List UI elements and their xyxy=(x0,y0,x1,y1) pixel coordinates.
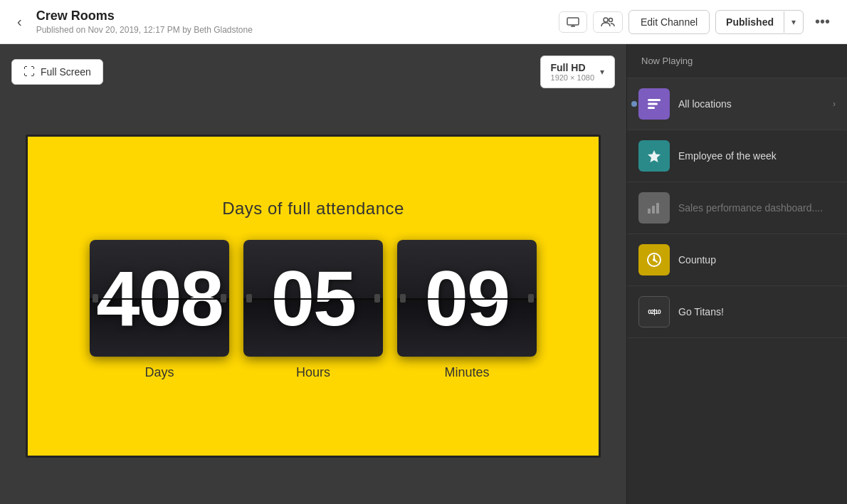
thumb-employee xyxy=(638,140,670,172)
resolution-label: Full HD xyxy=(551,62,594,73)
minutes-card: 09 xyxy=(397,240,537,357)
monitor-icon-button[interactable] xyxy=(559,11,587,33)
published-button-group: Published ▾ xyxy=(715,10,804,34)
hours-card: 05 xyxy=(243,240,383,357)
playlist-name-countup: Countup xyxy=(678,254,836,266)
preview-container: Days of full attendance 408 Days xyxy=(11,100,615,493)
svg-rect-7 xyxy=(648,107,655,109)
people-icon-button[interactable] xyxy=(593,11,623,33)
gotitans-thumb-text: 02|10 xyxy=(648,308,661,315)
svg-rect-6 xyxy=(648,103,658,105)
hinge-right xyxy=(528,294,534,303)
preview-title: Days of full attendance xyxy=(222,199,404,219)
minutes-label: Minutes xyxy=(444,365,489,380)
thumb-gotitans: 02|10 xyxy=(638,296,670,327)
left-panel: ⛶ Full Screen Full HD 1920 × 1080 ▾ Days… xyxy=(0,44,626,504)
main-area: ⛶ Full Screen Full HD 1920 × 1080 ▾ Days… xyxy=(0,44,847,504)
hinge-left xyxy=(400,294,406,303)
days-hinges xyxy=(90,294,229,303)
active-dot xyxy=(631,101,637,107)
playlist-name-go-titans: Go Titans! xyxy=(678,306,836,317)
chevron-right-icon: › xyxy=(833,99,836,109)
fullscreen-label: Full Screen xyxy=(41,66,91,78)
more-options-button[interactable]: ••• xyxy=(809,11,836,33)
header-actions: Edit Channel Published ▾ ••• xyxy=(559,10,836,34)
thumb-all-locations xyxy=(638,88,670,120)
hinge-right xyxy=(374,294,380,303)
title-area: Crew Rooms Published on Nov 20, 2019, 12… xyxy=(36,9,559,35)
svg-point-3 xyxy=(604,18,608,22)
right-panel: Now Playing All locations › Employee of xyxy=(626,44,847,504)
now-playing-header: Now Playing xyxy=(627,44,847,78)
svg-rect-0 xyxy=(567,18,579,25)
header: ‹ Crew Rooms Published on Nov 20, 2019, … xyxy=(0,0,847,44)
back-button[interactable]: ‹ xyxy=(11,11,28,33)
playlist-item-go-titans[interactable]: 02|10 Go Titans! xyxy=(627,286,847,338)
fullscreen-button[interactable]: ⛶ Full Screen xyxy=(11,59,103,85)
days-card: 408 xyxy=(90,240,229,357)
svg-rect-10 xyxy=(652,206,655,214)
svg-line-15 xyxy=(654,260,657,262)
controls-bar: ⛶ Full Screen Full HD 1920 × 1080 ▾ xyxy=(11,56,615,88)
hours-hinges xyxy=(243,294,383,303)
svg-rect-5 xyxy=(648,99,661,101)
playlist-item-sales-dashboard[interactable]: Sales performance dashboard.... xyxy=(627,182,847,234)
minutes-hinges xyxy=(397,294,537,303)
svg-marker-8 xyxy=(648,150,661,162)
hinge-right xyxy=(221,294,226,303)
edit-channel-button[interactable]: Edit Channel xyxy=(628,10,710,34)
page-title: Crew Rooms xyxy=(36,9,559,23)
hours-label: Hours xyxy=(296,365,330,380)
fullscreen-icon: ⛶ xyxy=(23,65,35,78)
svg-rect-11 xyxy=(656,203,659,214)
hours-unit: 05 Hours xyxy=(243,240,383,380)
resolution-info: Full HD 1920 × 1080 xyxy=(551,62,594,82)
thumb-sales xyxy=(638,192,670,224)
playlist-item-employee-week[interactable]: Employee of the week xyxy=(627,130,847,182)
svg-point-4 xyxy=(609,18,612,21)
hinge-left xyxy=(93,294,98,303)
resolution-dropdown[interactable]: Full HD 1920 × 1080 ▾ xyxy=(540,56,615,88)
playlist-name-sales-dashboard: Sales performance dashboard.... xyxy=(678,202,836,214)
published-button[interactable]: Published xyxy=(716,11,784,33)
minutes-unit: 09 Minutes xyxy=(397,240,537,380)
thumb-countup xyxy=(638,244,670,275)
days-label: Days xyxy=(144,365,174,380)
svg-rect-9 xyxy=(648,209,651,214)
playlist-name-all-locations: All locations xyxy=(678,98,830,110)
playlist-item-all-locations[interactable]: All locations › xyxy=(627,78,847,130)
days-unit: 408 Days xyxy=(90,240,229,380)
hinge-left xyxy=(246,294,252,303)
resolution-caret-icon: ▾ xyxy=(600,67,604,77)
playlist-name-employee-week: Employee of the week xyxy=(678,150,836,162)
playlist-item-countup[interactable]: Countup xyxy=(627,234,847,286)
page-subtitle: Published on Nov 20, 2019, 12:17 PM by B… xyxy=(36,25,559,35)
published-dropdown-button[interactable]: ▾ xyxy=(784,11,803,33)
flip-clocks: 408 Days 05 Hours xyxy=(90,240,537,380)
resolution-sub: 1920 × 1080 xyxy=(551,73,594,82)
preview-frame: Days of full attendance 408 Days xyxy=(26,135,601,458)
